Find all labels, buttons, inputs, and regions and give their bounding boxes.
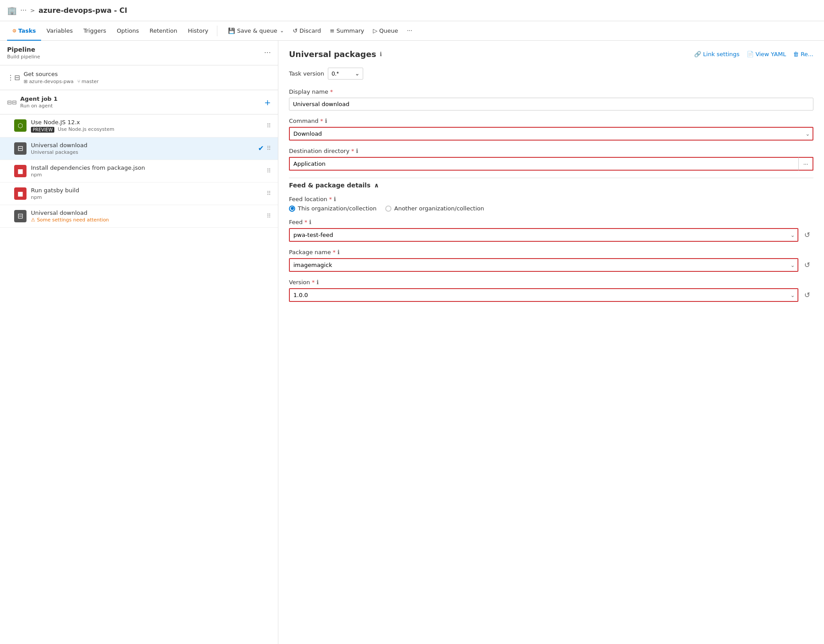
task-item-title: Use Node.JS 12.x	[31, 119, 114, 126]
command-select-wrapper: DownloadPublish ⌄	[289, 127, 813, 141]
task-item-content: Universal download Universal packages	[31, 142, 87, 155]
summary-button[interactable]: ≡ Summary	[327, 26, 368, 36]
more-button[interactable]: ···	[403, 26, 416, 36]
title-info-icon[interactable]: ℹ	[380, 51, 382, 57]
tab-history[interactable]: History	[182, 21, 213, 41]
task-item-right: ⠿	[266, 190, 271, 197]
task-item-content: Run gatsby build npm	[31, 187, 79, 200]
destination-dir-input[interactable]	[289, 157, 798, 171]
task-item-left: ⬡ Use Node.JS 12.x PREVIEW Use Node.js e…	[14, 119, 114, 133]
package-name-select-with-refresh: imagemagick ⌄ ↺	[289, 258, 813, 272]
dest-dir-row: ···	[289, 157, 813, 171]
destination-dir-field: Destination directory * ℹ ···	[289, 148, 813, 171]
package-name-select-wrapper: imagemagick ⌄	[289, 258, 798, 272]
drag-handle[interactable]: ⠿	[266, 145, 271, 152]
task-item-subtitle: PREVIEW Use Node.js ecosystem	[31, 126, 114, 133]
get-sources-repo: ⊞ azure-devops-pwa	[23, 79, 73, 84]
required-indicator: *	[320, 118, 323, 124]
task-item-nodejs[interactable]: ⬡ Use Node.JS 12.x PREVIEW Use Node.js e…	[0, 114, 278, 137]
feed-location-radio-group: This organization/collection Another org…	[289, 205, 813, 212]
task-item-right: ⠿	[266, 213, 271, 219]
package-name-select[interactable]: imagemagick	[289, 258, 798, 272]
display-name-field: Display name *	[289, 88, 813, 111]
save-icon: 💾	[228, 27, 235, 34]
drag-handle[interactable]: ⠿	[266, 168, 271, 174]
command-select[interactable]: DownloadPublish	[289, 127, 813, 141]
task-item-right: ⠿	[266, 122, 271, 129]
radio-this-org	[289, 206, 295, 212]
required-indicator: *	[304, 219, 308, 225]
get-sources-item[interactable]: ⋮⊟ Get sources ⊞ azure-devops-pwa ⑂ mast…	[0, 65, 278, 90]
save-queue-dropdown-icon[interactable]: ⌄	[280, 28, 284, 34]
task-item-content: Universal download ⚠ Some settings need …	[31, 210, 109, 223]
task-check-icon: ✔	[258, 144, 264, 152]
package-name-refresh-button[interactable]: ↺	[801, 259, 813, 271]
version-select[interactable]: 1.0.0	[289, 288, 798, 302]
drag-handle[interactable]: ⠿	[266, 122, 271, 129]
package-name-info-icon[interactable]: ℹ	[337, 249, 339, 255]
feed-location-info-icon[interactable]: ℹ	[334, 196, 336, 202]
get-sources-icon: ⋮⊟	[7, 73, 20, 82]
remove-button[interactable]: 🗑 Re...	[793, 51, 813, 57]
task-item-install-deps[interactable]: ■ Install dependencies from package.json…	[0, 160, 278, 183]
add-task-button[interactable]: +	[264, 98, 271, 107]
feed-select[interactable]: pwa-test-feed	[289, 228, 798, 242]
pipeline-title: Pipeline	[7, 46, 40, 53]
feed-info-icon[interactable]: ℹ	[309, 219, 311, 225]
radio-another-org	[385, 206, 391, 212]
preview-badge: PREVIEW	[31, 127, 54, 133]
feed-section-chevron[interactable]: ∧	[374, 182, 379, 189]
drag-handle2[interactable]: ⠿	[266, 213, 271, 219]
task-item-title: Universal download	[31, 210, 109, 216]
feed-refresh-button[interactable]: ↺	[801, 229, 813, 241]
command-info-icon[interactable]: ℹ	[325, 118, 327, 124]
package-name-field: Package name * ℹ imagemagick ⌄ ↺	[289, 249, 813, 272]
package-name-label: Package name * ℹ	[289, 249, 813, 255]
universal-download-2-icon: ⊟	[14, 210, 27, 222]
pipeline-more-button[interactable]: ···	[264, 49, 271, 57]
rp-title: Universal packages	[289, 50, 376, 59]
feed-location-field: Feed location * ℹ This organization/coll…	[289, 196, 813, 212]
view-yaml-button[interactable]: 📄 View YAML	[747, 51, 786, 57]
get-sources-title: Get sources	[23, 71, 99, 77]
agent-job-icon: ⊟⊟	[7, 99, 17, 106]
queue-button[interactable]: ▷ Queue	[369, 26, 402, 36]
drag-handle[interactable]: ⠿	[266, 190, 271, 197]
link-settings-button[interactable]: 🔗 Link settings	[694, 51, 740, 57]
summary-icon: ≡	[330, 27, 335, 34]
dest-dir-info-icon[interactable]: ℹ	[356, 148, 358, 154]
display-name-label: Display name *	[289, 88, 813, 95]
feed-location-another-org[interactable]: Another organization/collection	[385, 205, 484, 212]
task-item-left: ⊟ Universal download Universal packages	[14, 142, 87, 155]
agent-job-item[interactable]: ⊟⊟ Agent job 1 Run on agent +	[0, 90, 278, 114]
task-item-gatsby-build[interactable]: ■ Run gatsby build npm ⠿	[0, 183, 278, 205]
pipeline-subtitle: Build pipeline	[7, 54, 40, 60]
save-queue-button[interactable]: 💾 Save & queue ⌄	[224, 26, 287, 36]
discard-button[interactable]: ↺ Discard	[289, 26, 325, 36]
task-item-title: Universal download	[31, 142, 87, 149]
main-layout: Pipeline Build pipeline ··· ⋮⊟ Get sourc…	[0, 41, 824, 644]
tab-triggers[interactable]: Triggers	[78, 21, 112, 41]
tab-retention[interactable]: Retention	[144, 21, 183, 41]
task-version-label: Task version	[289, 70, 324, 77]
destination-dir-browse-button[interactable]: ···	[798, 157, 813, 171]
topbar-dots[interactable]: ···	[20, 7, 27, 15]
task-version-row: Task version 0.* ⌄	[289, 68, 813, 80]
feed-location-this-org[interactable]: This organization/collection	[289, 205, 376, 212]
org-icon: 🏢	[7, 6, 17, 15]
version-refresh-button[interactable]: ↺	[801, 289, 813, 301]
breadcrumb-chevron: >	[30, 7, 35, 14]
topbar: 🏢 ··· > azure-devops-pwa - CI	[0, 0, 824, 21]
required-indicator: *	[351, 148, 354, 154]
task-item-universal-download-active[interactable]: ⊟ Universal download Universal packages …	[0, 137, 278, 160]
task-item-universal-download-2[interactable]: ⊟ Universal download ⚠ Some settings nee…	[0, 205, 278, 228]
display-name-input[interactable]	[289, 98, 813, 111]
tab-tasks[interactable]: ⊙ Tasks	[7, 21, 41, 41]
npm-icon-shape2: ■	[17, 190, 23, 197]
task-version-select[interactable]: 0.*	[328, 68, 363, 80]
tab-options[interactable]: Options	[111, 21, 144, 41]
version-info-icon[interactable]: ℹ	[316, 279, 319, 286]
agent-job-left: ⊟⊟ Agent job 1 Run on agent	[7, 95, 57, 109]
tab-variables[interactable]: Variables	[41, 21, 78, 41]
pipeline-header: Pipeline Build pipeline ···	[0, 41, 278, 65]
